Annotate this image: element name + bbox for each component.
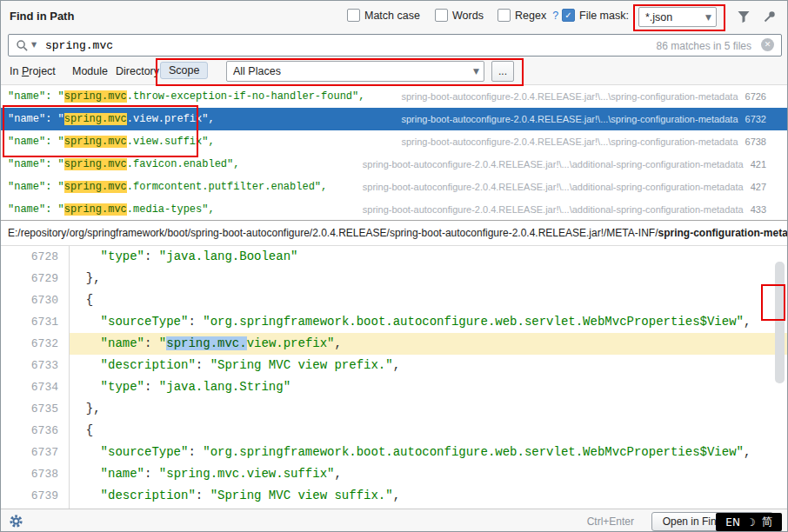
result-row[interactable]: "name": "spring.mvc.favicon.enabled",spr… (1, 153, 787, 176)
scope-combo[interactable]: All Places ▼ (226, 61, 484, 82)
search-input[interactable]: ▼ spring.mvc 86 matches in 5 files ✕ (8, 34, 782, 57)
result-snippet: "name": "spring.mvc.throw-exception-if-n… (8, 90, 364, 103)
result-snippet: "name": "spring.mvc.view.suffix", (8, 136, 215, 148)
code-line[interactable]: }, (70, 398, 787, 420)
code-line[interactable]: "type": "java.lang.Boolean" (70, 246, 787, 268)
code-segment: }, (71, 271, 101, 285)
pin-icon[interactable] (763, 10, 777, 27)
code-segment (71, 445, 101, 459)
code-line[interactable]: { (70, 289, 787, 311)
code-segment: : (144, 336, 159, 350)
checkbox-box-icon: ✓ (435, 9, 448, 22)
scope-option-scope-selected[interactable]: Scope (160, 62, 208, 79)
match-highlight: spring.mvc (64, 203, 127, 216)
code-line[interactable]: { (70, 420, 787, 442)
file-mask-combo[interactable]: *.json ▼ (638, 7, 717, 27)
code-segment: { (71, 293, 93, 307)
code-segment (71, 358, 101, 372)
search-result-summary: 86 matches in 5 files (657, 40, 751, 52)
line-number: 6738 (1, 463, 69, 485)
match-case-label: Match case (364, 10, 420, 22)
code-line[interactable]: "type": "java.lang.String" (70, 376, 787, 398)
code-segment: "type" (101, 380, 144, 394)
code-line[interactable]: "description": "Spring MVC view suffix."… (70, 485, 787, 507)
scope-option-in-project[interactable]: In Project (10, 65, 56, 77)
code-segment: , (744, 315, 751, 329)
result-row[interactable]: "name": "spring.mvc.view.prefix",spring-… (1, 108, 787, 130)
regex-label: Regex (515, 10, 546, 22)
code-segment (71, 336, 101, 350)
ime-language-indicator: EN ☽ 简 (716, 513, 782, 531)
line-number: 6730 (1, 289, 69, 311)
regex-help-link[interactable]: ? (552, 10, 558, 22)
result-row[interactable]: "name": "spring.mvc.media-types",spring-… (1, 198, 787, 221)
result-file-path: spring-boot-autoconfigure-2.0.4.RELEASE.… (363, 159, 744, 170)
result-line-number: 427 (751, 182, 766, 192)
code-segment (71, 489, 101, 502)
clear-search-icon[interactable]: ✕ (761, 38, 774, 51)
code-segment: : (144, 380, 159, 394)
code-segment: "sourceType" (101, 445, 189, 459)
result-line-number: 6732 (745, 114, 766, 124)
line-number: 6739 (1, 485, 69, 507)
snippet-suffix: .view.prefix", (127, 113, 215, 125)
scope-option-module[interactable]: Module (72, 65, 108, 77)
code-segment: : (196, 489, 210, 502)
code-segment: { (71, 423, 93, 437)
result-row[interactable]: "name": "spring.mvc.throw-exception-if-n… (1, 85, 787, 108)
editor-scrollbar[interactable] (775, 262, 785, 383)
code-line[interactable]: "name": "spring.mvc.view.prefix", (70, 333, 787, 355)
search-query-text: spring.mvc (45, 39, 113, 52)
preview-path-normal: E:/repository/org/springframework/boot/s… (8, 227, 658, 239)
match-highlight: spring.mvc (64, 181, 127, 193)
words-checkbox[interactable]: ✓ Words (435, 9, 484, 22)
line-number: 6737 (1, 442, 69, 463)
result-line-number: 6726 (745, 91, 766, 102)
scope-option-mnemonic: P (22, 65, 29, 77)
line-number: 6734 (1, 376, 69, 398)
filter-icon[interactable] (737, 10, 751, 27)
match-highlight: spring.mvc (64, 136, 127, 148)
code-segment: "Spring MVC view prefix." (210, 358, 393, 372)
regex-checkbox[interactable]: ✓ Regex ? (498, 9, 558, 22)
snippet-prefix: "name": " (8, 158, 64, 170)
code-segment: "sourceType" (101, 315, 189, 329)
result-file-path: spring-boot-autoconfigure-2.0.4.RELEASE.… (363, 204, 744, 215)
code-segment: : (196, 358, 210, 372)
shortcut-hint: Ctrl+Enter (587, 515, 634, 528)
code-segment: , (744, 445, 751, 459)
code-line[interactable]: "name": "spring.mvc.view.suffix", (70, 463, 787, 485)
code-segment: "org.springframework.boot.autoconfigure.… (203, 315, 744, 329)
result-snippet: "name": "spring.mvc.formcontent.putfilte… (8, 181, 327, 193)
snippet-prefix: "name": " (8, 113, 64, 125)
snippet-prefix: "name": " (8, 181, 64, 193)
code-line[interactable]: "description": "Spring MVC view prefix."… (70, 355, 787, 376)
chevron-down-icon: ▼ (468, 67, 479, 76)
match-highlight: spring.mvc (64, 113, 127, 125)
dialog-footer: Ctrl+Enter Open in Find Window EN ☽ 简 (1, 509, 787, 532)
dialog-title: Find in Path (10, 10, 74, 23)
preview-editor[interactable]: 6728672967306731673267336734673567366737… (1, 246, 787, 509)
code-line[interactable]: "sourceType": "org.springframework.boot.… (70, 311, 787, 333)
search-icon (16, 39, 29, 56)
match-case-checkbox[interactable]: ✓ Match case (347, 9, 420, 22)
line-number: 6736 (1, 420, 69, 442)
line-number: 6735 (1, 398, 69, 420)
code-segment: : (144, 467, 159, 481)
result-line-number: 6738 (745, 136, 766, 147)
checkbox-box-icon: ✓ (498, 9, 511, 22)
code-line[interactable]: }, (70, 268, 787, 289)
code-segment: "description" (101, 489, 196, 502)
result-row[interactable]: "name": "spring.mvc.formcontent.putfilte… (1, 176, 787, 198)
line-number: 6732 (1, 333, 69, 355)
code-segment (71, 467, 101, 481)
gear-icon[interactable] (9, 514, 23, 532)
search-history-chevron-icon[interactable]: ▼ (31, 41, 37, 49)
browse-scopes-button[interactable]: ... (491, 61, 514, 82)
line-number: 6733 (1, 355, 69, 376)
result-row[interactable]: "name": "spring.mvc.view.suffix",spring-… (1, 130, 787, 153)
file-mask-checkbox[interactable]: ✓ File mask: (562, 9, 629, 22)
snippet-suffix: .media-types", (127, 203, 215, 216)
code-line[interactable]: "sourceType": "org.springframework.boot.… (70, 442, 787, 463)
scope-option-directory[interactable]: Directory (116, 65, 159, 77)
